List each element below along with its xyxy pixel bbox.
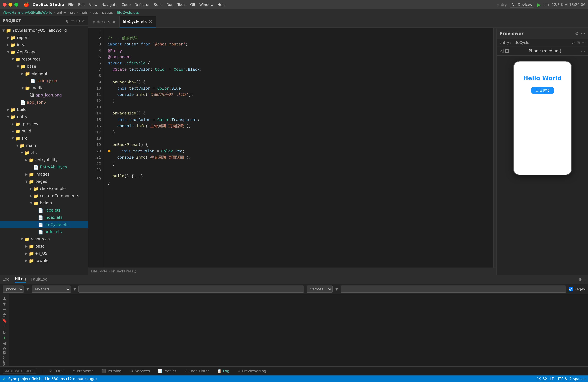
log-search-input[interactable] <box>79 286 304 293</box>
tree-item-appscope[interactable]: ▼ 📁 AppScope <box>0 48 88 56</box>
tree-item-resources1[interactable]: ▼ 📁 resources <box>0 56 88 63</box>
menu-view[interactable]: View <box>89 2 98 7</box>
tree-item-resources2[interactable]: ▼ 📁 resources <box>0 235 88 243</box>
phone-jump-button[interactable]: 点我跳转 <box>531 87 554 94</box>
menu-refactor[interactable]: Refactor <box>135 2 150 7</box>
tree-item-face-ets[interactable]: 📄 Face.ets <box>0 207 88 214</box>
log-filter-input[interactable] <box>341 286 566 293</box>
sidebar-action-close[interactable]: ✕ <box>82 18 85 23</box>
log-icon-clear[interactable]: 🗑 <box>0 312 8 317</box>
todo-button[interactable]: ☑ TODO <box>48 368 66 374</box>
log-icon-up[interactable]: ▲ <box>0 296 8 301</box>
tree-item-ets[interactable]: ▼ 📁 ets <box>0 149 88 156</box>
code-editor[interactable]: // ...前的代码 import router from '@ohos.rou… <box>104 28 493 268</box>
menu-edit[interactable]: Edit <box>78 2 85 7</box>
tree-item-stringjson[interactable]: 📄 string.json <box>0 77 88 84</box>
tab-close-order[interactable]: ✕ <box>112 19 116 24</box>
device-prev-icon[interactable]: ◁ <box>499 48 504 54</box>
status-line-col[interactable]: 19:32 <box>537 377 547 381</box>
status-encoding[interactable]: UTF-8 <box>556 377 567 381</box>
log-icon-down[interactable]: ▼ <box>0 301 8 306</box>
tree-item-main[interactable]: ▼ 📁 main <box>0 142 88 149</box>
scrollbar-vertical[interactable] <box>493 28 497 268</box>
regex-checkbox[interactable] <box>569 287 573 291</box>
tree-root[interactable]: ▼ 📁 Yby6HarmonyOSHelloWorld <box>0 27 88 34</box>
services-button[interactable]: ⚙ Services <box>129 368 151 374</box>
crumb-ets[interactable]: ets <box>92 10 98 15</box>
menu-help[interactable]: Help <box>217 2 226 7</box>
menu-window[interactable]: Window <box>199 2 214 7</box>
previewer-layout-icon[interactable]: ⊞ <box>577 41 580 45</box>
log-icon-bookmarks[interactable]: B <box>0 330 8 335</box>
profiler-button[interactable]: 📊 Profiler <box>156 368 177 374</box>
tree-item-report[interactable]: ▶ 📁 report <box>0 34 88 41</box>
no-devices-badge[interactable]: No Devices <box>509 2 534 7</box>
minimize-btn[interactable] <box>8 3 12 6</box>
tree-item-build1[interactable]: ▶ 📁 build <box>0 106 88 113</box>
tree-item-base2[interactable]: ▶ 📁 base <box>0 243 88 250</box>
log-settings-icon[interactable]: ⚙ <box>579 277 582 282</box>
problems-button[interactable]: ⚠ Problems <box>71 368 95 374</box>
tree-item-pages[interactable]: ▼ 📁 pages <box>0 178 88 185</box>
previewer-sync-icon[interactable]: ⇄ <box>572 41 575 45</box>
crumb-entry[interactable]: entry <box>57 10 66 15</box>
maximize-btn[interactable] <box>14 3 18 6</box>
tree-item-heima[interactable]: ▼ 📁 heima <box>0 200 88 207</box>
sidebar-action-settings[interactable]: ⚙ <box>76 18 80 23</box>
tree-item-lifecycle-ets[interactable]: 📄 lifeCycle.ets <box>0 221 88 228</box>
tree-item-entryability[interactable]: ▶ 📁 entryability <box>0 156 88 163</box>
crumb-lifecycle[interactable]: lifeCycle.ets <box>117 10 139 15</box>
previewer-grid-icon[interactable]: ⋯ <box>582 41 585 45</box>
run-button[interactable]: ▶ <box>537 1 541 8</box>
menu-tools[interactable]: Tools <box>177 2 186 7</box>
close-btn[interactable] <box>3 3 6 6</box>
crumb-src[interactable]: src <box>70 10 75 15</box>
log-icon-delete[interactable]: ✕ <box>0 323 8 328</box>
log-icon-settings2[interactable]: ⚙ <box>0 346 8 351</box>
crumb-main[interactable]: main <box>79 10 88 15</box>
log-tab-log[interactable]: Log <box>3 277 10 282</box>
log-button[interactable]: 📋 Log <box>216 368 231 374</box>
tree-item-preview[interactable]: ▶ 📁 .preview <box>0 120 88 128</box>
device-select[interactable]: phone <box>3 286 24 293</box>
tree-item-build2[interactable]: ▶ 📁 build <box>0 128 88 135</box>
tree-item-appjson[interactable]: 📄 app.json5 <box>0 99 88 106</box>
menu-file[interactable]: File <box>68 2 74 7</box>
tree-item-base1[interactable]: ▼ 📁 base <box>0 63 88 70</box>
log-tab-hilog[interactable]: HiLog <box>15 276 26 282</box>
tree-item-idea[interactable]: ▶ 📁 idea <box>0 41 88 48</box>
menu-git[interactable]: Git <box>190 2 195 7</box>
tree-item-clickexample[interactable]: ▶ 📁 clickExample <box>0 185 88 192</box>
previewer-settings-icon[interactable]: ⚙ <box>575 31 579 36</box>
tree-item-order-ets[interactable]: 📄 order.ets <box>0 228 88 235</box>
tree-item-index-ets[interactable]: 📄 Index.ets <box>0 214 88 221</box>
log-icon-add-bookmark[interactable]: + <box>0 335 8 340</box>
menu-run[interactable]: Run <box>167 2 173 7</box>
status-spaces[interactable]: 2 spaces <box>569 377 585 381</box>
filter-select[interactable]: No filters <box>32 286 71 293</box>
sidebar-action-collapse[interactable]: ≡ <box>71 18 75 23</box>
device-more-icon[interactable]: ⋯ <box>581 48 585 53</box>
crumb-pages[interactable]: pages <box>102 10 113 15</box>
previewer-log-button[interactable]: 🖥 PreviewerLog <box>236 368 268 374</box>
tree-item-src[interactable]: ▼ 📁 src <box>0 135 88 142</box>
tree-item-appicon[interactable]: 🖼 app_icon.png <box>0 91 88 99</box>
tree-item-entry[interactable]: ▼ 📁 entry <box>0 113 88 120</box>
log-icon-bookmark[interactable]: 🔖 <box>0 318 8 323</box>
tab-lifecycle-ets[interactable]: lifeCycle.ets ✕ <box>120 16 156 28</box>
tab-close-lifecycle[interactable]: ✕ <box>149 19 152 24</box>
previewer-more-icon[interactable]: ⋯ <box>581 31 585 36</box>
tree-item-enus[interactable]: ▶ 📁 en_US <box>0 250 88 257</box>
tree-item-media[interactable]: ▼ 📁 media <box>0 84 88 91</box>
terminal-button[interactable]: ⬛ Terminal <box>100 368 124 374</box>
log-icon-filter[interactable]: ≡ <box>0 307 8 312</box>
log-icon-prev-bookmark[interactable]: ◀ <box>0 341 8 346</box>
status-lf[interactable]: LF <box>550 377 554 381</box>
device-layout-icon[interactable]: ⊡ <box>505 48 509 54</box>
tree-item-customcomponents[interactable]: ▶ 📁 customComponents <box>0 192 88 200</box>
tree-item-entryability-ts[interactable]: 📄 EntryAbility.ts <box>0 163 88 171</box>
menu-navigate[interactable]: Navigate <box>102 2 118 7</box>
tree-item-images[interactable]: ▶ 📁 images <box>0 171 88 178</box>
regex-checkbox-label[interactable]: Regex <box>569 287 585 291</box>
sidebar-action-new[interactable]: ⊕ <box>66 18 69 23</box>
